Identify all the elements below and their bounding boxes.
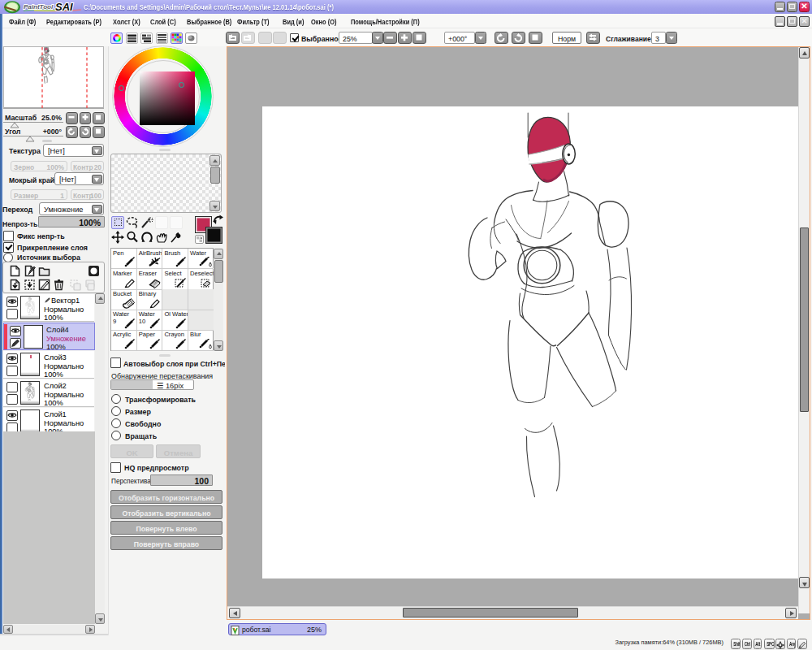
svg-text:PaintTool: PaintTool: [24, 3, 54, 11]
svg-text:SAI: SAI: [55, 1, 73, 13]
